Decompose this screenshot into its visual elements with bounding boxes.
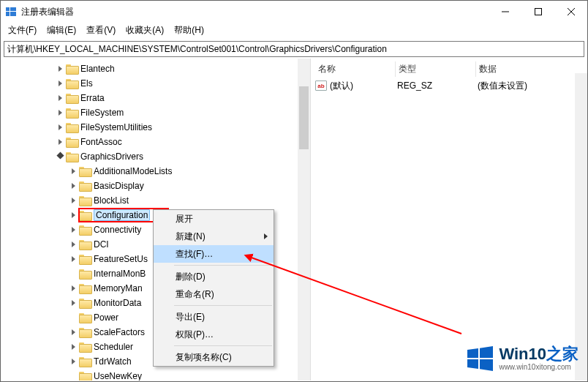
tree-item-label: Els — [80, 78, 93, 89]
window-controls — [489, 1, 587, 23]
tree-item-label: BasicDisplay — [94, 181, 144, 191]
tree-item-label: Configuration — [94, 209, 150, 221]
tree-item-elantech[interactable]: Elantech — [2, 61, 310, 76]
expander-closed-icon[interactable] — [68, 356, 78, 367]
folder-icon — [79, 166, 91, 176]
expander-closed-icon[interactable] — [68, 298, 78, 308]
tree-item-label: DCI — [94, 239, 109, 250]
svg-rect-5 — [535, 9, 541, 15]
menu-fav[interactable]: 收藏夹(A) — [126, 24, 164, 37]
tree-item-blocklist[interactable]: BlockList — [2, 193, 310, 208]
expander-closed-icon[interactable] — [55, 78, 65, 89]
expander-closed-icon[interactable] — [55, 108, 65, 118]
tree-scrollbar-thumb[interactable] — [299, 86, 309, 149]
folder-icon — [66, 137, 78, 147]
expander-open-icon[interactable] — [55, 151, 65, 162]
menu-edit[interactable]: 编辑(E) — [47, 24, 76, 37]
minimize-button[interactable] — [489, 1, 521, 23]
tree-item-label: FileSystemUtilities — [80, 122, 152, 132]
value-data: (数值未设置) — [478, 80, 527, 92]
tree-item-label: FeatureSetUs — [94, 254, 148, 264]
col-name[interactable]: 名称 — [315, 61, 396, 77]
value-name: (默认) — [330, 80, 397, 92]
context-menu-divider — [174, 265, 272, 266]
expander-closed-icon[interactable] — [68, 239, 78, 250]
tree-item-els[interactable]: Els — [2, 76, 310, 91]
tree-scrollbar[interactable] — [298, 59, 310, 381]
value-row[interactable]: ab (默认) REG_SZ (数值未设置) — [315, 79, 587, 92]
folder-icon — [66, 108, 78, 118]
folder-icon — [79, 371, 91, 381]
tree-item-graphicsdrivers[interactable]: GraphicsDrivers — [2, 149, 310, 164]
tree-item-fontassoc[interactable]: FontAssoc — [2, 135, 310, 149]
context-menu-item[interactable]: 展开 — [154, 210, 274, 228]
tree-item-usenewkey[interactable]: UseNewKey — [2, 369, 310, 381]
svg-rect-2 — [6, 12, 10, 16]
close-button[interactable] — [554, 1, 587, 23]
folder-icon — [66, 64, 78, 74]
tree-item-filesystem[interactable]: FileSystem — [2, 105, 310, 120]
registry-editor-window: 注册表编辑器 文件(F) 编辑(E) 查看(V) 收藏夹(A) 帮助(H) 计算… — [0, 0, 588, 382]
expander-closed-icon[interactable] — [68, 342, 78, 352]
address-bar[interactable]: 计算机\HKEY_LOCAL_MACHINE\SYSTEM\ControlSet… — [4, 41, 584, 57]
expander-none — [68, 371, 78, 381]
folder-icon — [79, 356, 91, 367]
tree-pane: ElantechElsErrataFileSystemFileSystemUti… — [1, 59, 311, 381]
watermark-text: Win10之家 www.win10xitong.com — [499, 346, 578, 371]
expander-closed-icon[interactable] — [68, 166, 78, 176]
expander-closed-icon[interactable] — [68, 225, 78, 235]
expander-closed-icon[interactable] — [68, 283, 78, 293]
menu-view[interactable]: 查看(V) — [86, 24, 116, 37]
svg-marker-11 — [480, 359, 493, 371]
context-menu: 展开新建(N)查找(F)…删除(D)重命名(R)导出(E)权限(P)…复制项名称… — [153, 209, 274, 367]
tree-item-label: Scheduler — [94, 342, 133, 352]
tree-item-additionalmodelists[interactable]: AdditionalModeLists — [2, 164, 310, 179]
tree-item-label: AdditionalModeLists — [94, 166, 172, 176]
expander-none — [68, 269, 78, 279]
tree-item-filesystemutilities[interactable]: FileSystemUtilities — [2, 120, 310, 135]
tree-item-label: InternalMonB — [94, 269, 146, 279]
folder-icon — [79, 298, 91, 308]
folder-icon — [79, 342, 91, 352]
expander-closed-icon[interactable] — [68, 195, 78, 206]
app-icon — [5, 6, 17, 18]
col-type[interactable]: 类型 — [396, 61, 476, 77]
expander-closed-icon[interactable] — [68, 210, 78, 220]
folder-icon — [79, 225, 91, 235]
context-menu-item[interactable]: 导出(E) — [154, 308, 274, 326]
tree-item-label: Elantech — [80, 64, 115, 74]
context-menu-item[interactable]: 删除(D) — [154, 268, 274, 285]
expander-closed-icon[interactable] — [68, 327, 78, 337]
context-menu-item[interactable]: 重命名(R) — [154, 285, 274, 303]
tree-item-label: GraphicsDrivers — [80, 151, 143, 162]
context-menu-item[interactable]: 权限(P)… — [154, 326, 274, 343]
tree-item-label: TdrWatch — [94, 356, 132, 367]
expander-closed-icon[interactable] — [68, 254, 78, 264]
svg-rect-3 — [10, 12, 16, 16]
tree-item-label: FontAssoc — [80, 137, 122, 147]
folder-icon — [79, 269, 91, 279]
expander-closed-icon[interactable] — [55, 64, 65, 74]
expander-closed-icon[interactable] — [55, 93, 65, 103]
col-data[interactable]: 数据 — [476, 61, 587, 77]
context-menu-item[interactable]: 查找(F)… — [154, 245, 274, 263]
tree-item-label: BlockList — [94, 195, 129, 206]
expander-closed-icon[interactable] — [68, 181, 78, 191]
tree-item-label: Connectivity — [94, 225, 141, 235]
string-value-icon: ab — [315, 80, 327, 91]
tree-item-label: Power — [94, 312, 118, 323]
svg-marker-10 — [467, 359, 478, 369]
tree-item-errata[interactable]: Errata — [2, 91, 310, 105]
tree-item-basicdisplay[interactable]: BasicDisplay — [2, 179, 310, 193]
folder-icon — [66, 78, 78, 89]
menu-help[interactable]: 帮助(H) — [174, 24, 204, 37]
svg-rect-0 — [6, 7, 10, 11]
menu-file[interactable]: 文件(F) — [8, 24, 37, 37]
tree-item-label: MonitorData — [94, 298, 141, 308]
context-menu-item[interactable]: 复制项名称(C) — [154, 348, 274, 366]
context-menu-item[interactable]: 新建(N) — [154, 228, 274, 245]
maximize-button[interactable] — [521, 1, 554, 23]
expander-closed-icon[interactable] — [55, 137, 65, 147]
values-scrollbar[interactable] — [575, 73, 587, 381]
expander-closed-icon[interactable] — [55, 122, 65, 132]
